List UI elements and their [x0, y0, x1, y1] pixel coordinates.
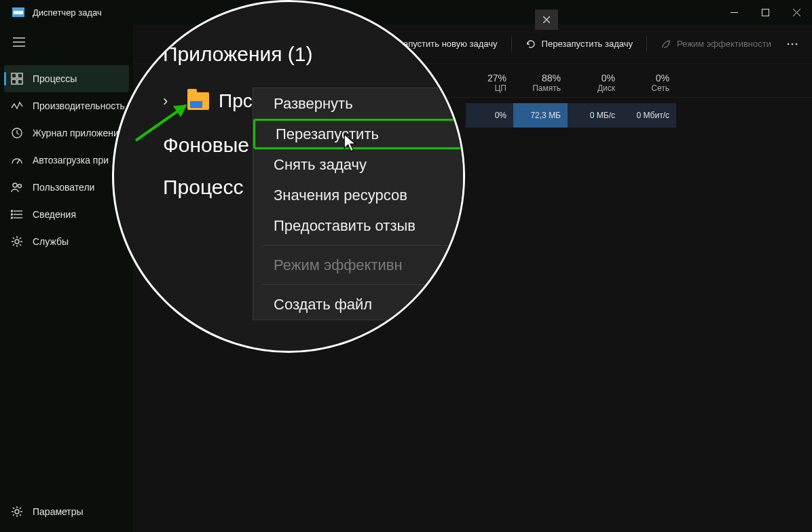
- run-icon: [387, 39, 398, 50]
- sidebar-item-label: Журнал приложени: [33, 128, 119, 138]
- sidebar-item-details[interactable]: Сведения: [0, 201, 133, 228]
- sidebar-item-label: Сведения: [33, 209, 76, 220]
- restart-icon: [525, 39, 536, 50]
- restart-task-button[interactable]: Перезапустить задачу: [519, 35, 640, 54]
- svg-point-19: [12, 214, 13, 215]
- new-task-button[interactable]: апустить новую задачу: [380, 35, 504, 54]
- settings-icon: [11, 506, 23, 518]
- hamburger-button[interactable]: [5, 28, 33, 56]
- history-icon: [11, 127, 23, 139]
- window-controls: [718, 0, 812, 24]
- sidebar-item-users[interactable]: Пользователи: [0, 174, 133, 201]
- column-cpu[interactable]: 27% ЦП: [466, 73, 513, 93]
- minimize-button[interactable]: [718, 0, 750, 24]
- column-disk[interactable]: 0% Диск: [568, 73, 622, 93]
- sidebar-item-label: Параметры: [33, 506, 84, 517]
- toolbar-label: Режим эффективности: [677, 39, 771, 49]
- svg-point-14: [18, 185, 22, 188]
- sidebar-item-label: Пользователи: [33, 182, 94, 193]
- svg-rect-25: [389, 43, 396, 48]
- window-title: Диспетчер задач: [33, 7, 102, 18]
- gear-icon: [11, 235, 23, 248]
- sidebar-item-label: Процессы: [33, 73, 77, 84]
- gauge-icon: [11, 154, 23, 166]
- close-button[interactable]: [781, 0, 812, 24]
- mem-label: Память: [532, 83, 561, 93]
- svg-point-22: [15, 510, 19, 514]
- content-area: апустить новую задачу Перезапустить зада…: [133, 24, 812, 532]
- maximize-button[interactable]: [750, 0, 781, 24]
- net-percent: 0%: [622, 73, 669, 83]
- cell-disk: 0 МБ/с: [568, 103, 622, 128]
- sidebar-item-history[interactable]: Журнал приложени: [0, 119, 133, 147]
- sidebar: Процессы Производительность Журнал прило…: [0, 24, 133, 532]
- titlebar: Диспетчер задач: [0, 0, 812, 24]
- wave-icon: [11, 100, 23, 112]
- leaf-icon: [661, 39, 671, 50]
- net-label: Сеть: [651, 83, 669, 93]
- cell-cpu: 0%: [466, 103, 513, 128]
- column-network[interactable]: 0% Сеть: [622, 73, 676, 93]
- cpu-label: ЦП: [494, 83, 506, 93]
- sidebar-item-performance[interactable]: Производительность: [0, 92, 133, 119]
- table-row[interactable]: 0% 72,3 МБ 0 МБ/с 0 Мбит/с: [133, 103, 812, 128]
- sidebar-item-services[interactable]: Службы: [0, 228, 133, 255]
- sidebar-item-processes[interactable]: Процессы: [4, 65, 129, 92]
- sidebar-item-label: Службы: [33, 236, 69, 247]
- cpu-percent: 27%: [466, 73, 506, 83]
- separator: [646, 37, 647, 52]
- toolbar-label: Перезапустить задачу: [542, 39, 633, 49]
- sidebar-item-startup[interactable]: Автозагрузка при: [0, 147, 133, 174]
- svg-line-12: [17, 159, 20, 164]
- table-header: 27% ЦП 88% Память 0% Диск 0% Сеть: [133, 64, 812, 98]
- more-button[interactable]: [782, 34, 802, 54]
- svg-rect-7: [12, 73, 16, 78]
- disk-percent: 0%: [568, 73, 615, 83]
- sidebar-item-label: Автозагрузка при: [33, 155, 109, 166]
- users-icon: [11, 181, 23, 193]
- column-memory[interactable]: 88% Память: [513, 73, 568, 93]
- mem-percent: 88%: [513, 73, 561, 83]
- svg-point-20: [12, 217, 13, 218]
- app-icon: [12, 7, 24, 17]
- efficiency-mode-button[interactable]: Режим эффективности: [654, 35, 778, 54]
- svg-point-27: [792, 43, 794, 45]
- svg-rect-1: [762, 9, 769, 16]
- separator: [511, 37, 512, 52]
- svg-point-18: [12, 210, 13, 212]
- cell-net: 0 Мбит/с: [622, 103, 676, 128]
- svg-point-21: [15, 240, 19, 244]
- disk-label: Диск: [597, 83, 615, 93]
- toolbar-label: апустить новую задачу: [403, 39, 498, 49]
- svg-point-28: [796, 43, 798, 45]
- svg-point-26: [788, 43, 790, 45]
- svg-rect-8: [18, 73, 22, 78]
- search-close-button[interactable]: [535, 10, 558, 30]
- svg-point-13: [13, 183, 17, 187]
- svg-rect-9: [12, 79, 16, 84]
- grid-icon: [11, 73, 23, 85]
- list-icon: [11, 208, 23, 221]
- toolbar: апустить новую задачу Перезапустить зада…: [133, 24, 812, 64]
- svg-rect-10: [18, 79, 22, 84]
- sidebar-item-settings[interactable]: Параметры: [0, 498, 133, 525]
- cell-mem: 72,3 МБ: [513, 103, 568, 128]
- sidebar-item-label: Производительность: [33, 100, 125, 111]
